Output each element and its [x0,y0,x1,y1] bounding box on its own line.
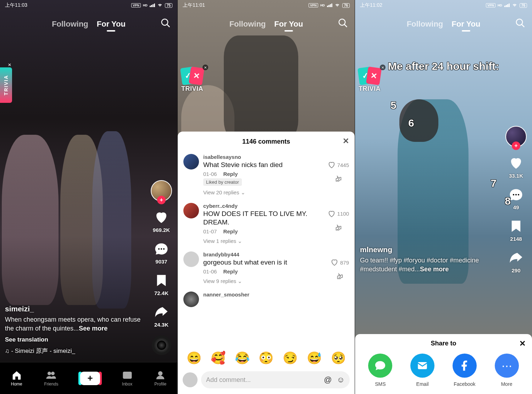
vpn-indicator: VPN [131,3,141,7]
commenter-username[interactable]: nanner_smoosher [203,292,349,298]
commenter-username[interactable]: cyberr..c4ndy [203,203,323,209]
nav-create[interactable]: + [80,372,100,385]
search-button[interactable] [160,18,171,30]
reply-button[interactable]: Reply [223,268,238,274]
chevron-down-icon: ⌄ [238,278,242,284]
creator-avatar[interactable]: + [151,180,172,201]
video-caption[interactable]: Go team!! #fyp #foryou #doctor #medicine… [360,256,497,273]
svg-point-15 [518,194,519,195]
emoji-reaction[interactable]: 😏 [283,351,298,365]
trivia-badge[interactable]: ✓ ✕ ✕ TRIVIA [181,67,206,93]
close-comments-button[interactable]: ✕ [343,137,349,146]
tab-following[interactable]: Following [229,20,266,29]
close-icon[interactable]: ✕ [8,62,11,67]
commenter-username[interactable]: isabellesaysno [203,154,323,160]
view-replies-button[interactable]: View 9 replies ⌄ [203,278,326,284]
creator-username[interactable]: simeizi_ [5,305,145,313]
emoji-reaction[interactable]: 😅 [307,351,322,365]
comment-dislike-button[interactable] [334,223,342,232]
emoji-reaction[interactable]: 🥺 [331,351,346,365]
comment-like-count: 1100 [337,211,349,217]
comment-like-button[interactable]: 879 [331,259,349,266]
search-button[interactable] [515,18,526,30]
view-replies-button[interactable]: View 1 replies ⌄ [203,238,323,244]
follow-plus-icon[interactable]: + [512,141,520,150]
trivia-badge[interactable]: ✕ TRIVIA [0,67,12,106]
trivia-label: TRIVIA [181,85,206,93]
comment-text: HOW DOES IT FEEL TO LIVE MY. DREAM. [203,210,323,227]
nav-friends[interactable]: Friends [44,370,58,387]
card-x-icon: ✕ [189,67,204,85]
commenter-avatar[interactable] [183,251,199,267]
comment-button[interactable]: 9037 [153,241,170,265]
my-avatar[interactable] [183,372,198,387]
save-button[interactable]: 2148 [508,218,524,242]
sound-link[interactable]: ♫ - Simeizi 原声 - simeizi_ [5,347,145,355]
comment-like-button[interactable]: 1100 [328,210,349,218]
tab-following[interactable]: Following [52,20,88,29]
view-replies-button[interactable]: View 20 replies ⌄ [203,189,323,196]
comment-input[interactable]: Add comment... @☺ [201,371,350,388]
emoji-quick-row[interactable]: 😄🥰😂😳😏😅🥺 [178,347,355,368]
close-icon[interactable]: ✕ [203,65,208,70]
nav-profile[interactable]: Profile [154,370,166,387]
svg-point-4 [163,248,165,250]
tab-for-you[interactable]: For You [451,20,480,29]
nav-inbox[interactable]: Inbox [122,370,133,387]
tab-following[interactable]: Following [407,20,443,29]
emoji-reaction[interactable]: 😂 [235,351,250,365]
svg-point-3 [161,248,162,250]
trivia-badge[interactable]: ✓ ✕ ✕ TRIVIA [359,67,383,93]
clock: 上午11:02 [360,2,382,9]
comment-like-button[interactable]: 7445 [328,161,349,169]
overlay-num: 5 [390,99,397,111]
emoji-reaction[interactable]: 😄 [187,351,201,365]
tab-for-you[interactable]: For You [274,20,303,29]
see-translation-button[interactable]: See translation [5,336,145,343]
emoji-picker-icon[interactable]: ☺ [337,375,345,384]
reply-button[interactable]: Reply [223,228,238,234]
see-more-button[interactable]: See more [79,325,107,332]
wifi-icon [334,2,340,9]
search-button[interactable] [338,18,348,30]
commenter-avatar[interactable] [183,292,199,307]
svg-point-2 [158,248,160,250]
commenter-username[interactable]: brandybby444 [203,251,326,257]
close-share-button[interactable]: ✕ [519,339,526,348]
video-caption[interactable]: When cheongsam meets opera, who can refu… [5,315,145,333]
svg-point-5 [48,372,51,375]
wifi-icon [157,2,163,9]
save-button[interactable]: 72.4K [153,272,170,296]
tab-for-you[interactable]: For You [97,20,126,29]
sound-disc[interactable] [152,335,171,355]
emoji-reaction[interactable]: 😳 [259,351,273,365]
share-button[interactable]: 24.3K [153,304,170,328]
creator-avatar[interactable]: + [505,126,527,147]
like-button[interactable]: 33.1K [508,155,524,179]
commenter-avatar[interactable] [183,154,199,170]
nav-home[interactable]: Home [11,370,22,387]
share-count: 24.3K [154,322,168,328]
creator-username[interactable]: mlnewng [360,245,497,254]
like-button[interactable]: 969.2K [153,209,170,233]
share-button[interactable]: 290 [508,250,524,273]
comment-count: 49 [513,204,519,210]
comment-text: What Stevie nicks fan died [203,161,323,170]
share-sheet: Share to ✕ SMS Email Facebook ⋯More [355,334,532,394]
emoji-reaction[interactable]: 🥰 [211,351,226,365]
share-facebook[interactable]: Facebook [453,354,477,387]
reply-button[interactable]: Reply [223,171,238,177]
comment-dislike-button[interactable] [334,174,342,183]
svg-line-1 [167,24,170,27]
share-email[interactable]: Email [410,354,434,387]
trivia-label: TRIVIA [359,85,383,93]
mention-icon[interactable]: @ [324,375,332,384]
comment-button[interactable]: 49 [508,187,524,210]
close-icon[interactable]: ✕ [380,65,386,70]
follow-plus-icon[interactable]: + [157,196,166,204]
share-more[interactable]: ⋯More [495,354,519,387]
see-more-button[interactable]: See more [420,266,449,273]
share-sms[interactable]: SMS [368,354,392,387]
comment-dislike-button[interactable] [336,271,344,280]
commenter-avatar[interactable] [183,203,199,218]
